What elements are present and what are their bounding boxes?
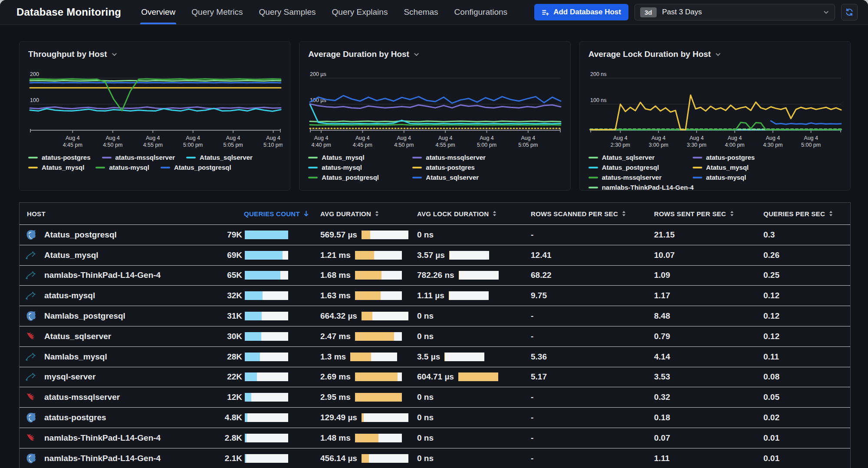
chart-legend: Atatus_sqlserveratatus-postgresAtatus_po…: [589, 154, 842, 191]
host-cell: atatus-postgres: [20, 412, 244, 423]
table-row[interactable]: mysql-server22K2.69 ms604.71 µs5.173.530…: [20, 367, 850, 387]
x-axis-label: Aug 4: [314, 135, 329, 141]
table-row[interactable]: atatus-postgres4.8K129.49 µs0 ns-0.180.0…: [20, 407, 850, 428]
column-header-avg-lock-duration[interactable]: AVG LOCK DURATION: [417, 210, 531, 218]
time-range-badge: 3d: [640, 7, 657, 17]
column-header-queries-count[interactable]: QUERIES COUNT: [244, 210, 320, 218]
legend-item[interactable]: Atatus_sqlserver: [186, 154, 253, 161]
host-name[interactable]: namlabs-ThinkPad-L14-Gen-4: [44, 454, 161, 463]
host-name[interactable]: namlabs-ThinkPad-L14-Gen-4: [44, 270, 161, 280]
queries-count-bar: [245, 271, 288, 280]
legend-item[interactable]: Atatus_postgresql: [161, 164, 231, 171]
queries-per-sec-cell: 0.05: [763, 392, 850, 402]
legend-item[interactable]: atatus-mysql: [95, 164, 149, 171]
legend-item[interactable]: Atatus_mysql: [693, 164, 842, 171]
legend-item[interactable]: Atatus_postgresql: [589, 164, 688, 171]
table-row[interactable]: Atatus_postgresql79K569.57 µs0 ns-21.150…: [20, 224, 850, 245]
legend-item[interactable]: namlabs-ThinkPad-L14-Gen-4: [589, 184, 688, 191]
legend-item[interactable]: Atatus_mysql: [28, 164, 84, 171]
legend-label: Atatus_postgresql: [322, 174, 379, 181]
host-name[interactable]: Namlabs_postgresql: [44, 311, 125, 321]
host-name[interactable]: Atatus_sqlserver: [44, 332, 111, 341]
chart-card-2: Average Lock Duration by Host200 ns100 n…: [579, 41, 851, 191]
rows-sent-cell: 4.14: [654, 352, 763, 362]
tab-configurations[interactable]: Configurations: [454, 0, 508, 24]
queries-count-value: 69K: [218, 250, 242, 260]
host-cell: Namlabs_postgresql: [20, 310, 244, 322]
y-axis-label: 200 µs: [310, 71, 326, 77]
tab-overview[interactable]: Overview: [141, 0, 175, 24]
table-row[interactable]: atatus-mssqlserver12K2.95 ms0 ns-0.320.0…: [20, 387, 850, 407]
legend-swatch: [693, 177, 702, 178]
avg-lock-duration-bar: [459, 271, 499, 280]
queries-count-bar: [245, 393, 288, 402]
legend-item[interactable]: atatus-mssqlserver: [102, 154, 175, 161]
avg-lock-duration-cell: 0 ns: [417, 392, 531, 402]
column-header-queries-per-sec[interactable]: QUERIES PER SEC: [763, 210, 850, 218]
legend-swatch: [186, 157, 196, 158]
avg-duration-value: 2.69 ms: [320, 372, 351, 382]
tab-query-explains[interactable]: Query Explains: [332, 0, 388, 24]
time-range-picker[interactable]: 3d Past 3 Days: [635, 4, 835, 20]
legend-item[interactable]: atatus-postgres: [412, 164, 561, 171]
tab-schemas[interactable]: Schemas: [404, 0, 438, 24]
host-name[interactable]: Atatus_postgresql: [44, 230, 117, 240]
column-header-rows-sent-per-sec[interactable]: ROWS SENT PER SEC: [654, 210, 763, 218]
rows-sent-cell: 1.09: [654, 270, 763, 280]
legend-item[interactable]: Atatus_sqlserver: [589, 154, 688, 161]
legend-item[interactable]: atatus-mysql: [308, 164, 408, 171]
refresh-button[interactable]: [841, 4, 858, 20]
host-name[interactable]: atatus-postgres: [44, 413, 106, 422]
host-cell: Atatus_postgresql: [20, 229, 244, 241]
chart-title-dropdown[interactable]: Throughput by Host: [28, 49, 281, 60]
table-row[interactable]: namlabs-ThinkPad-L14-Gen-42.8K1.48 ms0 n…: [20, 428, 850, 448]
host-name[interactable]: atatus-mssqlserver: [44, 392, 120, 402]
x-axis-label: 5:00 pm: [183, 142, 203, 148]
table-row[interactable]: Namlabs_mysql28K1.3 ms3.5 µs5.364.140.11: [20, 346, 850, 367]
legend-item[interactable]: Atatus_postgresql: [308, 174, 408, 181]
column-header-label: ROWS SENT PER SEC: [654, 210, 726, 218]
table-row[interactable]: namlabs-ThinkPad-L14-Gen-465K1.68 ms782.…: [20, 265, 850, 286]
chevron-down-icon: [823, 9, 829, 16]
rows-sent-cell: 21.15: [654, 230, 763, 240]
legend-swatch: [412, 167, 422, 168]
table-row[interactable]: namlabs-ThinkPad-L14-Gen-42.1K456.14 µs0…: [20, 448, 850, 468]
host-name[interactable]: Namlabs_mysql: [44, 352, 107, 362]
legend-item[interactable]: atatus-mssqlserver: [412, 154, 561, 161]
queries-count-cell: 79K: [218, 230, 320, 240]
x-axis-label: Aug 4: [804, 135, 818, 141]
host-name[interactable]: atatus-mysql: [44, 291, 95, 300]
host-name[interactable]: Atatus_mysql: [44, 250, 99, 260]
x-axis-label: Aug 4: [226, 135, 240, 141]
rows-scanned-cell: -: [531, 454, 654, 463]
legend-item[interactable]: atatus-postgres: [693, 154, 842, 161]
table-row[interactable]: Atatus_sqlserver30K2.47 ms0 ns-0.790.12: [20, 326, 850, 346]
x-axis-label: 4:40 pm: [312, 142, 331, 148]
legend-item[interactable]: atatus-postgres: [28, 154, 91, 161]
legend-item[interactable]: atatus-mssqlserver: [589, 174, 688, 181]
table-row[interactable]: atatus-mysql32K1.63 ms1.11 µs9.751.170.1…: [20, 285, 850, 306]
queries-count-cell: 2.1K: [218, 454, 320, 463]
add-database-host-button[interactable]: Add Database Host: [534, 4, 628, 20]
column-header-avg-duration[interactable]: AVG DURATION: [320, 210, 417, 218]
chart-title-dropdown[interactable]: Average Lock Duration by Host: [589, 49, 842, 60]
host-name[interactable]: namlabs-ThinkPad-L14-Gen-4: [44, 433, 161, 443]
legend-item[interactable]: atatus-mysql: [693, 174, 842, 181]
legend-item[interactable]: Atatus_mysql: [308, 154, 408, 161]
table-row[interactable]: Atatus_mysql69K1.21 ms3.57 µs12.4110.070…: [20, 245, 850, 265]
queries-count-cell: 22K: [218, 372, 320, 382]
chart-card-1: Average Duration by Host200 µs100 µsAug …: [299, 41, 570, 191]
legend-label: atatus-mysql: [109, 164, 149, 171]
column-header-label: HOST: [27, 210, 46, 218]
x-axis-label: Aug 4: [146, 135, 160, 141]
queries-count-value: 12K: [218, 392, 242, 402]
table-row[interactable]: Namlabs_postgresql31K664.32 µs0 ns-8.480…: [20, 306, 850, 326]
tab-query-samples[interactable]: Query Samples: [259, 0, 316, 24]
series-atatus-postgres: [30, 80, 281, 81]
x-axis-label: 5:10 pm: [263, 142, 283, 148]
tab-query-metrics[interactable]: Query Metrics: [191, 0, 243, 24]
legend-item[interactable]: Atatus_sqlserver: [412, 174, 561, 181]
chart-title-dropdown[interactable]: Average Duration by Host: [308, 49, 561, 60]
column-header-rows-scanned-per-sec[interactable]: ROWS SCANNED PER SEC: [531, 210, 654, 218]
host-name[interactable]: mysql-server: [44, 372, 95, 382]
